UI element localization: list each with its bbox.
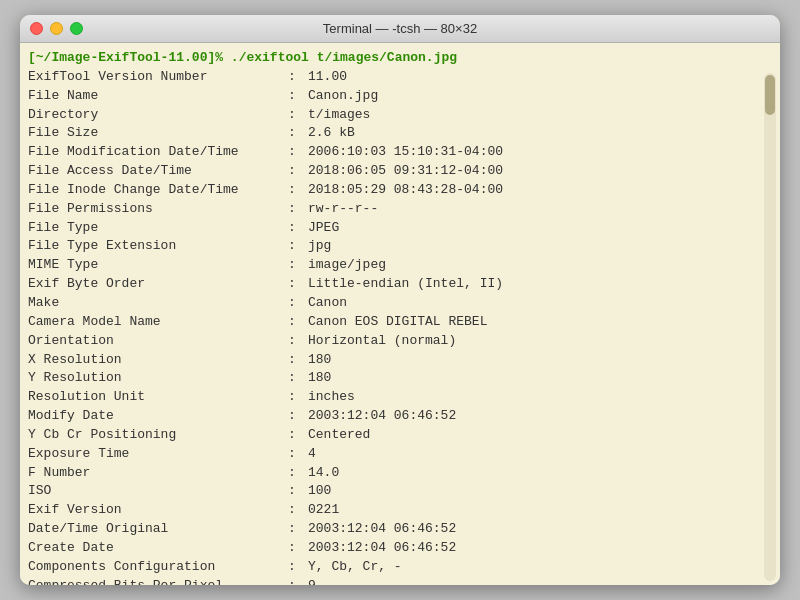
field-name: File Type — [28, 219, 288, 238]
field-separator: : — [288, 200, 308, 219]
table-row: File Inode Change Date/Time: 2018:05:29 … — [28, 181, 760, 200]
table-row: Compressed Bits Per Pixel: 9 — [28, 577, 760, 585]
field-value: rw-r--r-- — [308, 200, 378, 219]
field-name: Orientation — [28, 332, 288, 351]
field-name: File Type Extension — [28, 237, 288, 256]
field-name: File Size — [28, 124, 288, 143]
field-value: 11.00 — [308, 68, 347, 87]
field-name: File Permissions — [28, 200, 288, 219]
field-name: Modify Date — [28, 407, 288, 426]
field-value: 2003:12:04 06:46:52 — [308, 407, 456, 426]
field-value: Canon — [308, 294, 347, 313]
field-value: Little-endian (Intel, II) — [308, 275, 503, 294]
field-name: ISO — [28, 482, 288, 501]
field-separator: : — [288, 464, 308, 483]
field-name: MIME Type — [28, 256, 288, 275]
field-name: Exposure Time — [28, 445, 288, 464]
field-name: Exif Version — [28, 501, 288, 520]
field-name: Compressed Bits Per Pixel — [28, 577, 288, 585]
field-name: Camera Model Name — [28, 313, 288, 332]
table-row: Make: Canon — [28, 294, 760, 313]
terminal-window: Terminal — -tcsh — 80×32 [~/Image-ExifTo… — [20, 15, 780, 585]
field-value: 180 — [308, 369, 331, 388]
field-separator: : — [288, 162, 308, 181]
field-separator: : — [288, 426, 308, 445]
field-value: 2018:06:05 09:31:12-04:00 — [308, 162, 503, 181]
field-separator: : — [288, 313, 308, 332]
table-row: Exif Byte Order: Little-endian (Intel, I… — [28, 275, 760, 294]
scrollbar-thumb[interactable] — [765, 75, 775, 115]
field-separator: : — [288, 577, 308, 585]
field-value: 2018:05:29 08:43:28-04:00 — [308, 181, 503, 200]
table-row: File Size: 2.6 kB — [28, 124, 760, 143]
table-row: File Permissions: rw-r--r-- — [28, 200, 760, 219]
table-row: Y Resolution: 180 — [28, 369, 760, 388]
table-row: F Number: 14.0 — [28, 464, 760, 483]
field-value: Canon EOS DIGITAL REBEL — [308, 313, 487, 332]
field-name: Exif Byte Order — [28, 275, 288, 294]
terminal-body[interactable]: [~/Image-ExifTool-11.00]% ./exiftool t/i… — [20, 43, 780, 585]
field-value: Centered — [308, 426, 370, 445]
field-name: Resolution Unit — [28, 388, 288, 407]
field-separator: : — [288, 237, 308, 256]
window-title: Terminal — -tcsh — 80×32 — [323, 21, 477, 36]
table-row: ExifTool Version Number: 11.00 — [28, 68, 760, 87]
scrollbar-track[interactable] — [764, 73, 776, 581]
field-separator: : — [288, 539, 308, 558]
field-separator: : — [288, 445, 308, 464]
field-value: 180 — [308, 351, 331, 370]
table-row: Modify Date: 2003:12:04 06:46:52 — [28, 407, 760, 426]
field-value: 0221 — [308, 501, 339, 520]
field-value: 2003:12:04 06:46:52 — [308, 520, 456, 539]
table-row: Y Cb Cr Positioning: Centered — [28, 426, 760, 445]
field-value: 2003:12:04 06:46:52 — [308, 539, 456, 558]
field-separator: : — [288, 87, 308, 106]
field-name: File Access Date/Time — [28, 162, 288, 181]
field-value: 14.0 — [308, 464, 339, 483]
field-name: Make — [28, 294, 288, 313]
field-separator: : — [288, 68, 308, 87]
data-rows: ExifTool Version Number: 11.00File Name:… — [28, 68, 760, 585]
table-row: File Name: Canon.jpg — [28, 87, 760, 106]
table-row: File Access Date/Time: 2018:06:05 09:31:… — [28, 162, 760, 181]
table-row: ISO: 100 — [28, 482, 760, 501]
field-name: Directory — [28, 106, 288, 125]
field-separator: : — [288, 124, 308, 143]
field-separator: : — [288, 256, 308, 275]
field-name: Create Date — [28, 539, 288, 558]
close-button[interactable] — [30, 22, 43, 35]
table-row: File Type: JPEG — [28, 219, 760, 238]
table-row: Date/Time Original: 2003:12:04 06:46:52 — [28, 520, 760, 539]
table-row: Components Configuration: Y, Cb, Cr, - — [28, 558, 760, 577]
field-value: 4 — [308, 445, 316, 464]
table-row: Camera Model Name: Canon EOS DIGITAL REB… — [28, 313, 760, 332]
field-value: 9 — [308, 577, 316, 585]
table-row: File Modification Date/Time: 2006:10:03 … — [28, 143, 760, 162]
field-name: Components Configuration — [28, 558, 288, 577]
field-value: image/jpeg — [308, 256, 386, 275]
table-row: Directory: t/images — [28, 106, 760, 125]
field-separator: : — [288, 388, 308, 407]
field-name: Date/Time Original — [28, 520, 288, 539]
field-value: 100 — [308, 482, 331, 501]
field-name: File Inode Change Date/Time — [28, 181, 288, 200]
command-line: [~/Image-ExifTool-11.00]% ./exiftool t/i… — [28, 49, 760, 68]
field-name: ExifTool Version Number — [28, 68, 288, 87]
field-name: X Resolution — [28, 351, 288, 370]
table-row: MIME Type: image/jpeg — [28, 256, 760, 275]
field-value: inches — [308, 388, 355, 407]
traffic-lights — [30, 22, 83, 35]
table-row: Exposure Time: 4 — [28, 445, 760, 464]
field-name: Y Resolution — [28, 369, 288, 388]
minimize-button[interactable] — [50, 22, 63, 35]
field-value: t/images — [308, 106, 370, 125]
field-separator: : — [288, 369, 308, 388]
field-value: Canon.jpg — [308, 87, 378, 106]
table-row: Resolution Unit: inches — [28, 388, 760, 407]
field-separator: : — [288, 482, 308, 501]
field-separator: : — [288, 106, 308, 125]
field-value: JPEG — [308, 219, 339, 238]
field-separator: : — [288, 558, 308, 577]
field-separator: : — [288, 520, 308, 539]
maximize-button[interactable] — [70, 22, 83, 35]
